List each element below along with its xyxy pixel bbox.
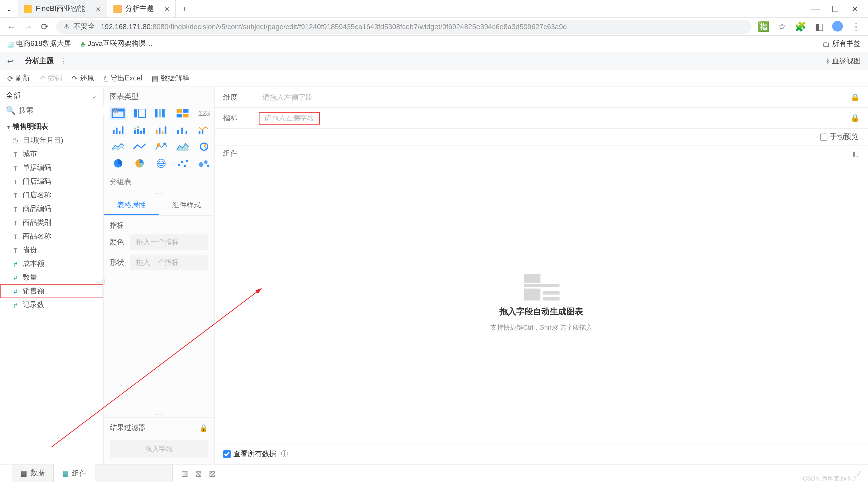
- chevron-down-icon[interactable]: ⌄: [91, 92, 97, 100]
- field-item[interactable]: T商品编码: [0, 202, 103, 216]
- all-bookmarks-label: 所有书签: [832, 39, 861, 49]
- refresh-button[interactable]: ⟳刷新: [7, 73, 30, 84]
- chart-type-option[interactable]: [174, 157, 191, 170]
- field-item[interactable]: T省份: [0, 243, 103, 257]
- chart-tool-icon[interactable]: ▨: [209, 469, 215, 477]
- lineage-button[interactable]: 血缘视图: [832, 56, 861, 66]
- tab-table-attr[interactable]: 表格属性: [104, 197, 159, 215]
- explain-button[interactable]: ▤数据解释: [152, 73, 189, 84]
- text-icon: T: [12, 164, 19, 171]
- add-field-button[interactable]: ⊕: [112, 105, 119, 115]
- svg-rect-21: [156, 130, 158, 134]
- category-select[interactable]: 全部: [6, 91, 20, 101]
- extensions-icon[interactable]: 🧩: [795, 21, 807, 32]
- tabs-menu-button[interactable]: ⌄: [0, 4, 18, 13]
- kebab-menu-icon[interactable]: ⋮: [851, 21, 860, 32]
- undo-button[interactable]: ↶撤销: [39, 73, 62, 84]
- nav-forward-button[interactable]: →: [23, 22, 33, 32]
- chart-type-option[interactable]: [174, 123, 191, 136]
- panel-resize-handle[interactable]: ⠿: [101, 278, 105, 285]
- shape-dropzone[interactable]: 拖入一个指标: [130, 255, 208, 270]
- drag-handle-icon[interactable]: ⋯: [104, 190, 214, 197]
- maximize-button[interactable]: ☐: [832, 4, 839, 13]
- field-item[interactable]: #销售额: [0, 285, 103, 298]
- field-item[interactable]: ◷日期(年月日): [0, 133, 103, 147]
- svg-rect-19: [140, 131, 142, 134]
- close-window-button[interactable]: ✕: [851, 4, 859, 13]
- exit-button[interactable]: ↩: [7, 57, 13, 65]
- chart-type-option[interactable]: [196, 157, 213, 170]
- manual-preview-checkbox[interactable]: [820, 133, 828, 140]
- chart-type-option[interactable]: [131, 157, 148, 170]
- profile-avatar[interactable]: [832, 21, 843, 32]
- chart-type-option[interactable]: [110, 123, 127, 136]
- more-menu-icon[interactable]: ⋮: [60, 57, 67, 65]
- minimize-button[interactable]: —: [811, 4, 819, 13]
- side-panel-icon[interactable]: ◧: [815, 21, 824, 32]
- chart-type-option[interactable]: [153, 107, 169, 120]
- chart-type-option[interactable]: [131, 123, 148, 136]
- refresh-icon: ⟳: [7, 74, 13, 83]
- field-item[interactable]: T单据编码: [0, 161, 103, 175]
- chart-tool-icon[interactable]: ▧: [195, 469, 202, 477]
- chart-type-option[interactable]: [153, 140, 169, 153]
- dimension-dropzone[interactable]: 请拖入左侧字段: [259, 91, 316, 103]
- search-input[interactable]: [19, 106, 108, 115]
- nav-reload-button[interactable]: ⟳: [39, 21, 50, 32]
- chart-type-option[interactable]: [110, 140, 127, 153]
- drag-handle-icon[interactable]: ⋯: [104, 410, 214, 418]
- chart-type-option[interactable]: [110, 157, 127, 170]
- chart-type-option[interactable]: [153, 123, 169, 136]
- bottom-tab-data[interactable]: ▤数据: [12, 464, 54, 482]
- chart-type-option[interactable]: [131, 107, 148, 120]
- chart-type-option[interactable]: [153, 157, 169, 170]
- lock-icon[interactable]: 🔒: [850, 114, 860, 122]
- lock-icon[interactable]: 🔒: [199, 424, 208, 432]
- svg-point-45: [204, 160, 208, 164]
- field-item[interactable]: #数量: [0, 271, 103, 285]
- tab-finebi[interactable]: FineBI商业智能 ×: [18, 0, 107, 18]
- bookmark-item[interactable]: ♣Java互联网架构课…: [81, 39, 153, 49]
- chart-type-option[interactable]: [196, 140, 213, 153]
- close-tab-icon[interactable]: ×: [96, 4, 101, 13]
- field-item[interactable]: T门店编码: [0, 175, 103, 188]
- svg-point-31: [163, 142, 166, 145]
- bookmark-star-icon[interactable]: ☆: [778, 21, 786, 32]
- bottom-tab-component[interactable]: ▦组件: [54, 464, 96, 482]
- placeholder-graphic-icon: [524, 274, 559, 300]
- field-item[interactable]: T门店名称: [0, 188, 103, 202]
- chart-type-option[interactable]: [174, 107, 191, 120]
- filter-dropzone[interactable]: 拖入字段: [110, 440, 208, 458]
- field-item[interactable]: T城市: [0, 147, 103, 161]
- all-bookmarks-button[interactable]: 🗀所有书签: [823, 39, 861, 49]
- field-item[interactable]: T商品名称: [0, 230, 103, 243]
- field-item[interactable]: #记录数: [0, 298, 103, 312]
- view-all-checkbox[interactable]: [223, 450, 231, 458]
- field-item[interactable]: T商品类别: [0, 216, 103, 230]
- chart-type-option[interactable]: 123: [196, 107, 213, 120]
- bookmark-item[interactable]: ▦电商618数据大屏: [7, 39, 71, 49]
- redo-button[interactable]: ↷还原: [72, 73, 94, 84]
- tree-group[interactable]: 销售明细表: [0, 120, 103, 133]
- url-box[interactable]: ⚠ 不安全 192.168.171.80:8080/finebi/decisio…: [56, 20, 752, 34]
- metric-dropzone[interactable]: 请拖入左侧字段: [259, 112, 320, 124]
- undo-icon: ↶: [39, 74, 45, 83]
- chart-type-option[interactable]: [131, 140, 148, 153]
- component-menu-icon[interactable]: ⫿⫿: [852, 149, 860, 158]
- chart-type-option[interactable]: [196, 123, 213, 136]
- svg-line-33: [204, 144, 207, 147]
- tab-analysis[interactable]: 分析主题 ×: [107, 0, 176, 18]
- field-item[interactable]: #成本额: [0, 257, 103, 271]
- export-button[interactable]: ⎙导出Excel: [104, 73, 142, 84]
- translate-icon[interactable]: 🈯: [758, 21, 770, 32]
- chart-type-option[interactable]: [174, 140, 191, 153]
- lock-icon[interactable]: 🔒: [850, 93, 860, 101]
- color-dropzone[interactable]: 拖入一个指标: [130, 234, 208, 250]
- chart-tool-icon[interactable]: ▥: [181, 469, 188, 477]
- new-tab-button[interactable]: +: [176, 4, 193, 13]
- close-tab-icon[interactable]: ×: [164, 4, 169, 13]
- info-icon[interactable]: ⓘ: [281, 449, 288, 459]
- bookmark-label: Java互联网架构课…: [88, 39, 153, 49]
- tab-component-style[interactable]: 组件样式: [159, 197, 214, 215]
- nav-back-button[interactable]: ←: [6, 22, 17, 32]
